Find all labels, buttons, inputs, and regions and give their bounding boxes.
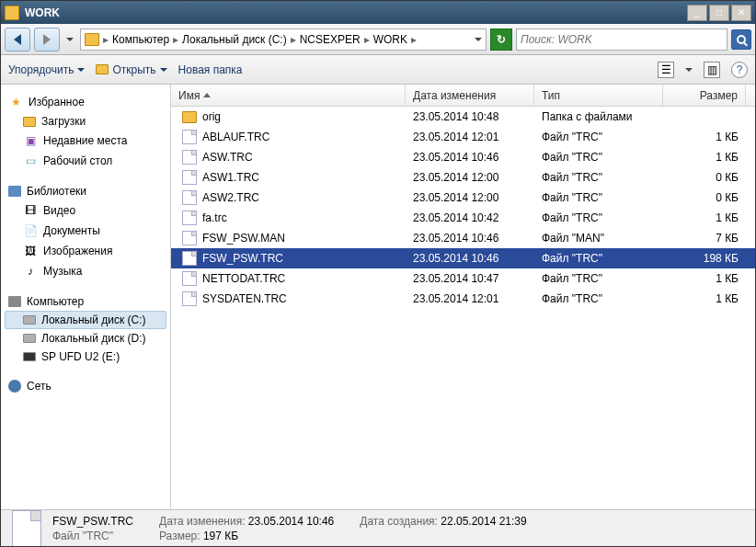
file-name: FSW_PSW.MAN: [202, 232, 285, 245]
network-icon: [8, 380, 21, 393]
search-box[interactable]: [516, 28, 727, 51]
file-name: orig: [202, 110, 221, 123]
file-row[interactable]: FSW_PSW.MAN23.05.2014 10:46Файл "MAN"7 К…: [171, 228, 755, 248]
maximize-button[interactable]: □: [709, 5, 729, 21]
sidebar-item[interactable]: 📄Документы: [5, 221, 166, 241]
file-type: Файл "TRC": [534, 151, 663, 164]
sort-asc-icon: [203, 93, 211, 97]
file-icon: [182, 211, 197, 225]
file-row[interactable]: ABLAUF.TRC23.05.2014 12:01Файл "TRC"1 КБ: [171, 127, 755, 147]
file-name: ASW.TRC: [202, 151, 253, 164]
file-icon: [182, 291, 197, 306]
file-row[interactable]: orig23.05.2014 10:48Папка с файлами: [171, 107, 755, 127]
file-row[interactable]: ASW.TRC23.05.2014 10:46Файл "TRC"1 КБ: [171, 147, 755, 167]
sidebar-item[interactable]: Загрузки: [5, 112, 166, 131]
file-icon: [182, 231, 197, 245]
file-name: ASW1.TRC: [202, 171, 259, 184]
newfolder-button[interactable]: Новая папка: [178, 63, 243, 76]
preview-button[interactable]: ▥: [704, 62, 720, 78]
file-type: Файл "TRC": [534, 272, 663, 285]
chevron-down-icon[interactable]: [685, 68, 693, 72]
minimize-button[interactable]: _: [687, 5, 707, 21]
file-icon: [182, 251, 197, 266]
search-icon: [737, 35, 746, 44]
file-size: 7 КБ: [663, 232, 746, 245]
file-type: Файл "TRC": [534, 171, 663, 184]
breadcrumb-sep: ▸: [289, 33, 298, 46]
arrow-left-icon: [14, 34, 21, 45]
titlebar: WORK _ □ ✕: [1, 1, 755, 24]
file-date: 23.05.2014 12:01: [406, 131, 534, 143]
chevron-down-icon[interactable]: [475, 38, 482, 41]
breadcrumb-item[interactable]: Локальный диск (C:): [182, 33, 287, 46]
sidebar-computer[interactable]: Компьютер: [5, 292, 166, 311]
breadcrumb[interactable]: ▸ Компьютер ▸ Локальный диск (C:) ▸ NCSE…: [80, 28, 487, 51]
video-icon: 🎞: [23, 203, 38, 218]
refresh-button[interactable]: ↻: [490, 28, 512, 51]
toolbar: Упорядочить Открыть Новая папка ☰ ▥ ?: [1, 55, 755, 85]
file-type: Файл "TRC": [534, 252, 663, 265]
breadcrumb-item[interactable]: WORK: [373, 33, 407, 46]
arrow-right-icon: [43, 34, 51, 45]
breadcrumb-sep: ▸: [362, 33, 372, 46]
sidebar-item[interactable]: Локальный диск (C:): [5, 311, 166, 329]
search-button[interactable]: [731, 29, 751, 50]
view-button[interactable]: ☰: [658, 62, 674, 78]
organize-button[interactable]: Упорядочить: [8, 63, 85, 76]
file-row[interactable]: ASW1.TRC23.05.2014 12:00Файл "TRC"0 КБ: [171, 167, 755, 188]
close-button[interactable]: ✕: [731, 5, 751, 21]
sidebar-item[interactable]: ▭Рабочий стол: [5, 151, 166, 171]
breadcrumb-item[interactable]: Компьютер: [112, 33, 169, 46]
file-type: Файл "TRC": [534, 211, 663, 224]
sidebar-network[interactable]: Сеть: [5, 377, 166, 395]
file-row[interactable]: fa.trc23.05.2014 10:42Файл "TRC"1 КБ: [171, 208, 755, 228]
history-dropdown[interactable]: [63, 28, 76, 51]
file-name: ABLAUF.TRC: [202, 131, 269, 143]
forward-button[interactable]: [34, 28, 60, 51]
sidebar-libraries[interactable]: Библиотеки: [5, 182, 166, 200]
file-size: 1 КБ: [663, 151, 746, 164]
sidebar-favorites[interactable]: ★Избранное: [5, 92, 166, 112]
file-row[interactable]: FSW_PSW.TRC23.05.2014 10:46Файл "TRC"198…: [171, 248, 755, 268]
col-date[interactable]: Дата изменения: [406, 85, 534, 106]
file-date: 23.05.2014 10:48: [406, 110, 534, 123]
col-size[interactable]: Размер: [663, 85, 746, 106]
col-type[interactable]: Тип: [534, 85, 663, 106]
sidebar-item[interactable]: 🖼Изображения: [5, 241, 166, 261]
file-list[interactable]: orig23.05.2014 10:48Папка с файламиABLAU…: [171, 107, 755, 509]
file-date: 23.05.2014 10:47: [406, 272, 534, 285]
search-input[interactable]: [521, 33, 723, 46]
file-row[interactable]: ASW2.TRC23.05.2014 12:00Файл "TRC"0 КБ: [171, 188, 755, 208]
file-date: 23.05.2014 10:46: [406, 232, 534, 245]
breadcrumb-sep: ▸: [409, 33, 418, 46]
file-icon: [182, 150, 197, 165]
status-type: Файл "TRC": [52, 530, 133, 542]
content: Имя Дата изменения Тип Размер orig23.05.…: [171, 85, 755, 509]
file-size: 198 КБ: [663, 252, 746, 265]
back-button[interactable]: [5, 28, 30, 51]
folder-icon: [5, 6, 19, 20]
file-icon: [182, 271, 197, 286]
file-icon: [182, 130, 197, 144]
sidebar-item[interactable]: ▣Недавние места: [5, 131, 166, 151]
file-type: Файл "TRC": [534, 191, 663, 204]
sidebar-item[interactable]: Локальный диск (D:): [5, 329, 166, 348]
statusbar: FSW_PSW.TRC Дата изменения: 23.05.2014 1…: [1, 509, 755, 546]
sidebar-item[interactable]: 🎞Видео: [5, 200, 166, 221]
file-size: 1 КБ: [663, 131, 746, 143]
file-name: ASW2.TRC: [202, 191, 259, 204]
col-name[interactable]: Имя: [171, 85, 406, 106]
usb-icon: [23, 352, 36, 361]
file-row[interactable]: SYSDATEN.TRC23.05.2014 12:01Файл "TRC"1 …: [171, 289, 755, 309]
open-button[interactable]: Открыть: [96, 63, 166, 76]
disk-icon: [23, 315, 36, 325]
breadcrumb-item[interactable]: NCSEXPER: [300, 33, 361, 46]
computer-icon: [8, 296, 21, 307]
file-row[interactable]: NETTODAT.TRC23.05.2014 10:47Файл "TRC"1 …: [171, 268, 755, 289]
file-type: Файл "MAN": [534, 232, 663, 245]
help-button[interactable]: ?: [731, 62, 748, 78]
file-date: 23.05.2014 10:42: [406, 211, 534, 224]
file-name: FSW_PSW.TRC: [202, 252, 283, 265]
sidebar-item[interactable]: ♪Музыка: [5, 261, 166, 281]
sidebar-item[interactable]: SP UFD U2 (E:): [5, 348, 166, 366]
